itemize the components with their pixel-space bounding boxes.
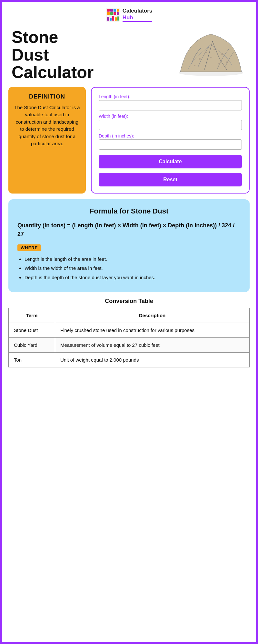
formula-section: Formula for Stone Dust Quantity (in tons… xyxy=(8,199,250,292)
svg-point-19 xyxy=(226,62,228,63)
svg-rect-12 xyxy=(115,17,117,21)
table-cell-description: Unit of weight equal to 2,000 pounds xyxy=(55,353,249,367)
length-field-group: Length (in feet): xyxy=(99,94,242,110)
col-header-description: Description xyxy=(55,308,249,323)
svg-rect-3 xyxy=(114,9,116,12)
table-row: TonUnit of weight equal to 2,000 pounds xyxy=(9,353,250,367)
table-cell-term: Ton xyxy=(9,353,55,367)
depth-input[interactable] xyxy=(99,139,242,150)
conversion-title: Conversion Table xyxy=(8,298,250,305)
page-title: Stone Dust Calculator xyxy=(12,28,94,81)
definition-box: DEFINITION The Stone Dust Calculator is … xyxy=(8,87,86,194)
table-cell-term: Stone Dust xyxy=(9,323,55,338)
svg-rect-11 xyxy=(112,16,114,21)
logo-text: Calculators Hub xyxy=(123,8,153,22)
width-label: Width (in feet): xyxy=(99,114,242,119)
logo-calculators: Calculators xyxy=(123,8,153,14)
logo-icon xyxy=(106,8,120,22)
where-badge: WHERE xyxy=(17,244,41,251)
depth-label: Depth (in inches): xyxy=(99,133,242,138)
svg-rect-5 xyxy=(107,12,110,15)
header-section: Stone Dust Calculator xyxy=(2,25,256,81)
svg-point-18 xyxy=(221,53,223,55)
svg-rect-4 xyxy=(117,9,119,12)
table-row: Cubic YardMeasurement of volume equal to… xyxy=(9,338,250,353)
formula-list: Length is the length of the area in feet… xyxy=(17,256,241,281)
definition-heading: DEFINITION xyxy=(14,93,80,100)
calculate-button[interactable]: Calculate xyxy=(99,155,242,168)
depth-field-group: Depth (in inches): xyxy=(99,133,242,150)
svg-point-15 xyxy=(199,58,201,60)
svg-rect-1 xyxy=(107,9,110,12)
reset-button[interactable]: Reset xyxy=(99,173,242,186)
length-input[interactable] xyxy=(99,100,242,110)
table-cell-description: Finely crushed stone used in constructio… xyxy=(55,323,249,338)
svg-rect-13 xyxy=(117,16,119,21)
formula-text: Quantity (in tons) = (Length (in feet) ×… xyxy=(17,221,241,239)
conversion-section: Conversion Table Term Description Stone … xyxy=(2,298,256,377)
svg-point-16 xyxy=(205,52,207,53)
formula-title: Formula for Stone Dust xyxy=(17,207,241,215)
logo-hub: Hub xyxy=(123,14,153,21)
svg-point-21 xyxy=(218,63,220,64)
formula-list-item: Depth is the depth of the stone dust lay… xyxy=(25,274,241,281)
svg-rect-2 xyxy=(110,9,113,12)
formula-list-item: Width is the width of the area in feet. xyxy=(25,265,241,272)
svg-rect-10 xyxy=(110,18,112,21)
length-label: Length (in feet): xyxy=(99,94,242,99)
logo-underline xyxy=(123,21,153,22)
table-cell-term: Cubic Yard xyxy=(9,338,55,353)
conversion-table: Term Description Stone DustFinely crushe… xyxy=(8,308,250,367)
table-cell-description: Measurement of volume equal to 27 cubic … xyxy=(55,338,249,353)
logo-area: Calculators Hub xyxy=(2,2,256,25)
svg-rect-7 xyxy=(114,12,116,15)
calculator-box: Length (in feet): Width (in feet): Depth… xyxy=(91,87,250,194)
svg-rect-9 xyxy=(107,17,109,21)
width-field-group: Width (in feet): xyxy=(99,114,242,130)
svg-point-22 xyxy=(210,57,212,58)
formula-list-item: Length is the length of the area in feet… xyxy=(25,256,241,263)
svg-point-17 xyxy=(213,49,215,50)
table-row: Stone DustFinely crushed stone used in c… xyxy=(9,323,250,338)
definition-text: The Stone Dust Calculator is a valuable … xyxy=(14,104,80,147)
two-col-section: DEFINITION The Stone Dust Calculator is … xyxy=(2,81,256,199)
svg-point-20 xyxy=(194,65,195,66)
stone-pile-icon xyxy=(175,32,246,77)
width-input[interactable] xyxy=(99,120,242,130)
svg-rect-8 xyxy=(117,12,119,15)
svg-rect-6 xyxy=(110,12,113,15)
stone-image-area xyxy=(94,28,246,77)
col-header-term: Term xyxy=(9,308,55,323)
